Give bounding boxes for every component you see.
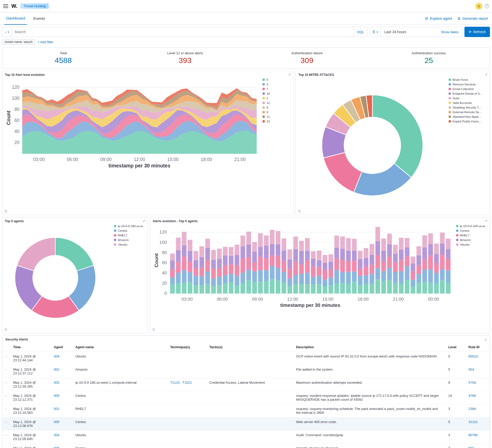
legend-item[interactable]: 7: [262, 87, 291, 91]
legend-item[interactable]: External Remote Se...: [448, 111, 487, 114]
cell-ruleid[interactable]: 4766: [465, 391, 490, 404]
col-level[interactable]: Level: [445, 343, 465, 352]
legend-item[interactable]: Centos: [456, 229, 487, 232]
help-icon[interactable]: ?: [485, 4, 489, 8]
cell-agent[interactable]: 003: [51, 378, 72, 391]
table-row[interactable]: ›May 1, 2024 @23:12:06.878005CentosWeb s…: [2, 417, 490, 431]
search-input[interactable]: [12, 27, 354, 37]
legend-item[interactable]: Ubuntu: [114, 243, 145, 246]
expand-row-button[interactable]: ›: [2, 417, 10, 431]
technique-link[interactable]: T1110: [170, 381, 180, 384]
expand-icon[interactable]: ⤢: [288, 73, 291, 76]
expand-icon[interactable]: ⤢: [484, 338, 487, 342]
legend-toggle-icon[interactable]: ☰: [152, 328, 155, 331]
legend-item[interactable]: 5: [262, 78, 291, 81]
filter-chip[interactable]: cluster.name: wazuh: [2, 39, 35, 45]
expand-row-button[interactable]: ›: [2, 365, 10, 378]
table-row[interactable]: ›May 1, 2024 @23:12:12.371005Centososque…: [2, 391, 490, 404]
legend-item[interactable]: Standard Non-Appli...: [448, 115, 487, 118]
show-dates-button[interactable]: Show dates: [437, 27, 462, 37]
legend-toggle-icon[interactable]: ☰: [4, 209, 7, 213]
module-badge[interactable]: Threat Hunting: [20, 3, 49, 9]
tab-dashboard[interactable]: Dashboard: [4, 12, 27, 25]
col-tactics[interactable]: Tactic(s): [206, 343, 293, 352]
cell-ruleid[interactable]: 554: [465, 365, 490, 378]
legend-item[interactable]: Sudo: [448, 97, 487, 100]
legend-item[interactable]: 12: [262, 101, 291, 104]
legend-item[interactable]: Exploit Public-Facin...: [448, 120, 487, 123]
cell-agent[interactable]: 005: [51, 444, 72, 448]
cell-ruleid[interactable]: 80790: [465, 431, 490, 444]
table-row[interactable]: ›May 1, 2024 @23:12:44.144004UbuntuGCP n…: [2, 352, 490, 365]
col-techniques[interactable]: Technique(s): [167, 343, 206, 352]
table-row[interactable]: ›May 1, 2024 @23:12:05.645004UbuntuAudit…: [2, 431, 490, 444]
svg-rect-161: [317, 276, 321, 284]
legend-item[interactable]: RHEL7: [114, 234, 145, 237]
table-row[interactable]: ›May 1, 2024 @23:12:34.285003ip-10-0-0-1…: [2, 378, 490, 391]
legend-item[interactable]: Ubuntu: [456, 243, 487, 246]
dql-toggle[interactable]: DQL: [354, 27, 367, 37]
avatar[interactable]: a: [476, 3, 482, 10]
legend-item[interactable]: Amazon: [456, 238, 487, 241]
legend-item[interactable]: Amazon: [114, 238, 145, 241]
cell-agent[interactable]: 005: [51, 391, 72, 404]
expand-row-button[interactable]: ›: [2, 444, 10, 448]
legend-item[interactable]: Email Collection: [448, 87, 487, 91]
col-ruleid[interactable]: Rule ID: [465, 343, 490, 352]
legend-item[interactable]: 11: [262, 115, 291, 118]
legend-item[interactable]: 10: [262, 92, 291, 95]
expand-row-button[interactable]: ›: [2, 391, 10, 404]
legend-item[interactable]: Endpoint Denial of S...: [448, 92, 487, 95]
cell-ruleid[interactable]: 550: [465, 444, 490, 448]
menu-icon[interactable]: [3, 4, 8, 8]
table-row[interactable]: ›May 1, 2024 @23:12:37.112002AmazonFile …: [2, 365, 490, 378]
technique-link[interactable]: T1021: [182, 381, 192, 384]
expand-icon[interactable]: ⤢: [485, 219, 488, 223]
add-filter-button[interactable]: + Add filter: [37, 40, 53, 44]
legend-item[interactable]: Remove Services: [448, 83, 487, 86]
legend-item[interactable]: 8: [262, 106, 291, 109]
expand-icon[interactable]: ⤢: [143, 219, 145, 223]
legend-item[interactable]: Valid Accounts: [448, 101, 487, 104]
cell-ruleid[interactable]: 5758: [465, 378, 490, 391]
cell-ruleid[interactable]: 65010: [465, 352, 490, 365]
legend-item[interactable]: RHEL7: [456, 234, 487, 237]
legend-toggle-icon[interactable]: ☰: [4, 328, 7, 331]
search-options-button[interactable]: ⌕ ▾: [2, 27, 12, 37]
cell-agent[interactable]: 002: [51, 365, 72, 378]
legend-item[interactable]: ip-10-0-0-180.us-w...: [114, 225, 145, 228]
col-description[interactable]: Description: [293, 343, 445, 352]
legend-item[interactable]: 13: [262, 120, 291, 123]
legend-item[interactable]: Brute Force: [448, 78, 487, 81]
expand-row-button[interactable]: ›: [2, 404, 10, 417]
legend-item[interactable]: Disabling Security T...: [448, 106, 487, 109]
expand-row-button[interactable]: ›: [2, 378, 10, 391]
legend-item[interactable]: Centos: [114, 229, 145, 232]
cell-agent[interactable]: 001: [51, 404, 72, 417]
col-agent-name[interactable]: Agent name: [72, 343, 167, 352]
col-time[interactable]: Time↓: [10, 343, 51, 352]
date-quick-button[interactable]: 🗓 ▾: [370, 27, 381, 37]
expand-row-button[interactable]: ›: [2, 352, 10, 365]
legend-item[interactable]: ip-10-0-0-180.us-w...: [456, 225, 487, 228]
refresh-button[interactable]: ⟳ Refresh: [464, 27, 490, 37]
date-range-button[interactable]: Last 24 hours: [381, 27, 437, 37]
legend-item[interactable]: 9: [262, 111, 291, 114]
table-row[interactable]: ›May 1, 2024 @23:12:10.563001RHEL7osquer…: [2, 404, 490, 417]
legend-item[interactable]: 3: [262, 83, 291, 86]
cell-agent[interactable]: 004: [51, 431, 72, 444]
generate-report-button[interactable]: 🗎 Generate report: [457, 16, 488, 21]
cell-agent[interactable]: 004: [51, 352, 72, 365]
tab-events[interactable]: Events: [31, 12, 47, 25]
expand-icon[interactable]: ⤢: [485, 73, 488, 76]
cell-ruleid[interactable]: 2384: [465, 404, 490, 417]
table-row[interactable]: ›May 1, 2024 @23:11:12.968005CentosInteg…: [2, 444, 490, 448]
legend-item[interactable]: 2: [262, 97, 291, 100]
col-agent[interactable]: Agent: [51, 343, 72, 352]
cell-ruleid[interactable]: 31101: [465, 417, 490, 431]
expand-row-button[interactable]: ›: [2, 431, 10, 444]
explore-agent-button[interactable]: ⦿ Explore agent: [425, 16, 452, 21]
legend-toggle-icon[interactable]: ☰: [298, 209, 301, 213]
cell-agent[interactable]: 005: [51, 417, 72, 431]
app-logo[interactable]: W.: [11, 3, 17, 9]
